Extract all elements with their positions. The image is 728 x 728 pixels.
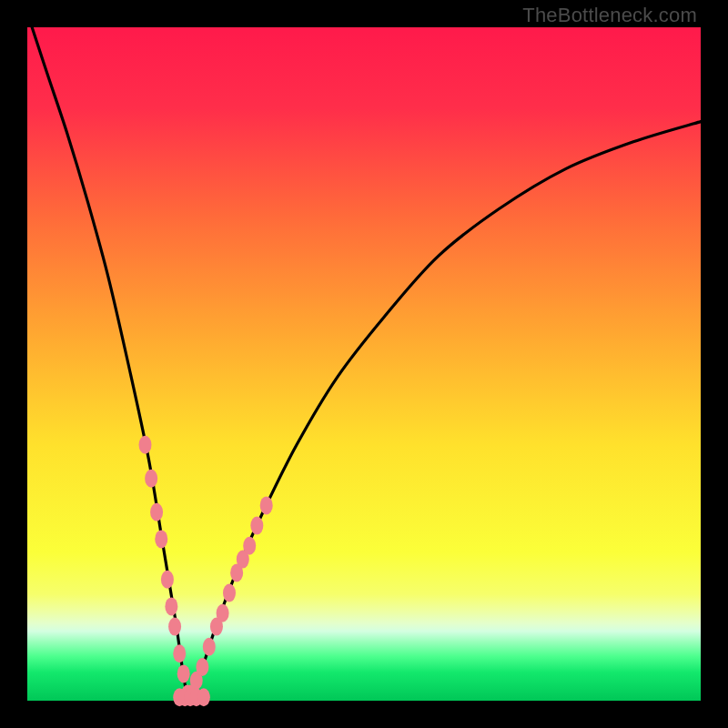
sample-marker xyxy=(196,658,208,676)
outer-frame: TheBottleneck.com xyxy=(0,0,728,728)
sample-marker xyxy=(150,503,163,521)
sample-marker xyxy=(161,571,174,589)
sample-marker xyxy=(165,597,177,615)
sample-marker xyxy=(173,644,186,662)
sample-marker xyxy=(197,688,210,706)
sample-marker xyxy=(168,618,181,636)
sample-marker xyxy=(155,530,167,548)
curve-layer xyxy=(27,27,701,701)
sample-marker xyxy=(145,470,157,488)
sample-markers xyxy=(139,436,273,707)
sample-marker xyxy=(217,604,229,622)
sample-marker xyxy=(139,436,152,454)
sample-marker xyxy=(203,638,216,656)
sample-marker xyxy=(260,496,273,514)
bottleneck-curve xyxy=(32,27,701,702)
plot-area xyxy=(27,27,701,701)
sample-marker xyxy=(177,664,190,682)
watermark-text: TheBottleneck.com xyxy=(522,4,697,27)
sample-marker xyxy=(250,517,263,535)
sample-marker xyxy=(223,584,236,602)
sample-marker xyxy=(243,537,256,555)
